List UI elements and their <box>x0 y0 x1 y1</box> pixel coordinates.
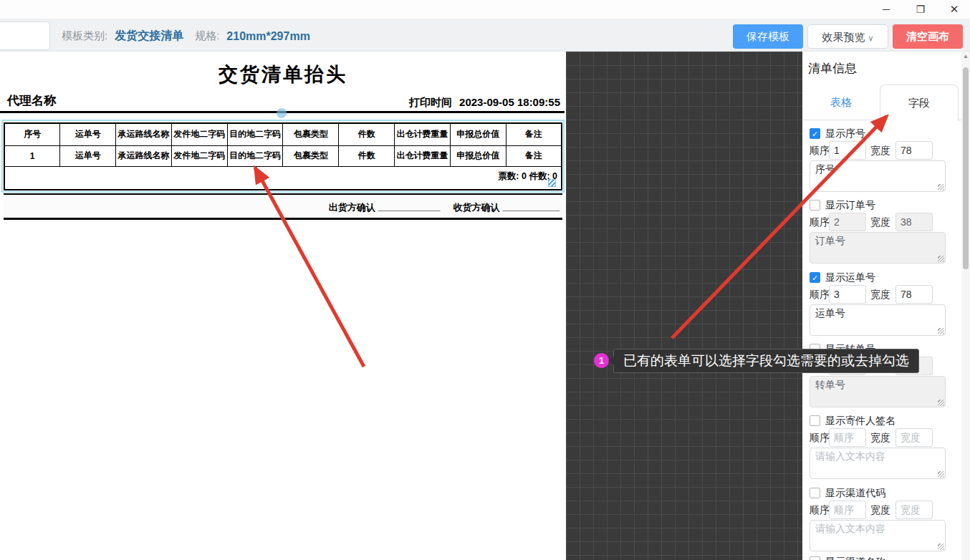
settings-panel: 清单信息 表格 字段 ✓ 显示序号 顺序 宽度 显示订单号 顺序 宽度 ✓ 显示… <box>802 52 961 560</box>
field-text-wrap <box>810 304 946 336</box>
clear-canvas-button[interactable]: 清空画布 <box>893 24 963 49</box>
maximize-icon[interactable]: ❐ <box>911 3 930 16</box>
preview-button[interactable]: 效果预览∨ <box>807 24 888 49</box>
table-row: 1运单号承运路线名称发件地二字码目的地二字码包裹类型件数出仓计费重量申报总价值备… <box>4 145 562 166</box>
order-input[interactable] <box>829 428 866 447</box>
order-input[interactable] <box>829 285 866 304</box>
table-header-cell: 出仓计费重量 <box>395 123 451 145</box>
table-header-cell: 目的地二字码 <box>227 123 283 145</box>
width-input[interactable] <box>895 501 933 519</box>
doc-title[interactable]: 交货清单抬头 <box>0 62 566 87</box>
table-summary-row[interactable]: 票数: 0 件数: 0 <box>4 167 562 190</box>
minimize-icon[interactable]: ─ <box>877 3 895 16</box>
width-input[interactable] <box>895 285 933 304</box>
order-label: 顺序 <box>810 504 830 517</box>
order-input[interactable] <box>829 501 866 519</box>
template-info: 模板类别: 发货交接清单 规格: 210mm*297mm <box>62 29 310 44</box>
agent-name-label[interactable]: 代理名称 <box>7 92 56 109</box>
field-text-wrap <box>810 376 946 407</box>
field-label: 显示渠道代码 <box>825 487 885 500</box>
annotation-badge: 1 <box>594 353 609 368</box>
field-text-wrap <box>810 160 946 192</box>
table-header-row: 序号运单号承运路线名称发件地二字码目的地二字码包裹类型件数出仓计费重量申报总价值… <box>4 123 562 145</box>
order-label: 顺序 <box>810 432 830 445</box>
table-header-cell: 包裹类型 <box>283 123 339 145</box>
table-cell: 运单号 <box>60 145 116 166</box>
field-checkbox[interactable]: ✓ <box>810 128 820 139</box>
scroll-up-icon[interactable]: ▲ <box>961 53 970 59</box>
doc-footer-block[interactable]: 出货方确认 ____________ 收货方确认 ___________ <box>4 193 562 220</box>
shipper-sign-line: ____________ <box>378 201 441 214</box>
width-label: 宽度 <box>870 504 890 517</box>
field-text-wrap <box>810 520 946 551</box>
table-header-cell: 序号 <box>4 123 60 145</box>
doc-table[interactable]: 序号运单号承运路线名称发件地二字码目的地二字码包裹类型件数出仓计费重量申报总价值… <box>4 122 562 167</box>
field-label: 显示序号 <box>825 127 865 140</box>
close-icon[interactable]: ✕ <box>945 3 964 16</box>
shipper-confirm-label: 出货方确认 <box>329 201 375 214</box>
order-label: 顺序 <box>810 289 830 301</box>
document-preview[interactable]: 交货清单抬头 代理名称 打印时间 2023-09-05 18:09:55 序号运… <box>0 52 566 560</box>
template-type-label: 模板类别: <box>62 29 107 43</box>
selection-dot-handle[interactable] <box>277 108 287 118</box>
field-checkbox[interactable] <box>810 488 820 498</box>
width-input[interactable] <box>895 213 933 231</box>
field-group: 显示订单号 顺序 宽度 <box>802 199 961 269</box>
field-label: 显示渠道名称 <box>825 556 885 560</box>
template-name-input[interactable] <box>0 21 50 50</box>
field-group: 显示寄件人签名 顺序 宽度 <box>802 415 961 485</box>
field-text-input[interactable] <box>810 232 946 264</box>
field-label: 显示寄件人签名 <box>825 415 895 428</box>
receiver-sign-line: ___________ <box>502 201 560 214</box>
tooltip-text: 已有的表单可以选择字段勾选需要的或去掉勾选 <box>623 353 909 368</box>
signature-line: 出货方确认 ____________ 收货方确认 ___________ <box>329 201 560 214</box>
tab-table[interactable]: 表格 <box>802 85 880 120</box>
table-header-cell: 申报总价值 <box>450 123 506 145</box>
tab-bar: 表格 字段 <box>802 85 961 120</box>
print-time[interactable]: 打印时间 2023-09-05 18:09:55 <box>409 96 560 110</box>
receiver-confirm-label: 收货方确认 <box>453 201 499 214</box>
field-checkbox[interactable] <box>810 415 820 426</box>
field-checkbox[interactable]: ✓ <box>810 272 820 283</box>
width-label: 宽度 <box>870 216 890 229</box>
order-label: 顺序 <box>810 216 830 229</box>
field-label: 显示订单号 <box>825 199 875 212</box>
annotation-tooltip: 已有的表单可以选择字段勾选需要的或去掉勾选 <box>613 349 919 373</box>
table-header-cell: 承运路线名称 <box>116 123 172 145</box>
spec-label: 规格: <box>195 29 219 43</box>
order-input[interactable] <box>829 213 866 231</box>
width-input[interactable] <box>895 428 933 447</box>
design-canvas[interactable] <box>566 52 802 560</box>
chevron-down-icon: ∨ <box>868 34 873 42</box>
scrollbar-thumb[interactable] <box>963 67 969 269</box>
preview-label: 效果预览 <box>822 31 865 43</box>
field-checkbox[interactable] <box>810 200 820 211</box>
width-input[interactable] <box>895 141 933 160</box>
field-group: 显示渠道名称 顺序 宽度 <box>802 556 961 560</box>
panel-scrollbar[interactable]: ▲ <box>961 52 970 560</box>
table-cell: 发件地二字码 <box>171 145 227 166</box>
window-titlebar: ─ ❐ ✕ <box>0 0 970 19</box>
field-text-input[interactable] <box>810 304 946 336</box>
table-resize-handle[interactable] <box>548 179 556 187</box>
order-input[interactable] <box>829 141 866 160</box>
field-text-wrap <box>810 448 946 479</box>
table-header-cell: 件数 <box>339 123 395 145</box>
table-cell: 承运路线名称 <box>116 145 172 166</box>
table-cell: 目的地二字码 <box>227 145 283 166</box>
field-label: 显示运单号 <box>825 271 875 284</box>
field-group: 显示渠道代码 顺序 宽度 <box>802 487 961 557</box>
field-text-input[interactable] <box>810 160 946 192</box>
field-text-input[interactable] <box>810 448 946 479</box>
save-template-button[interactable]: 保存模板 <box>733 24 803 49</box>
field-checkbox[interactable] <box>810 556 820 560</box>
print-time-value: 2023-09-05 18:09:55 <box>459 96 560 110</box>
print-time-label: 打印时间 <box>409 96 452 110</box>
field-text-input[interactable] <box>810 376 946 407</box>
table-header-cell: 备注 <box>506 123 562 145</box>
template-type-value: 发货交接清单 <box>115 29 183 44</box>
tab-field[interactable]: 字段 <box>880 85 959 121</box>
field-text-input[interactable] <box>810 520 946 551</box>
order-label: 顺序 <box>810 145 830 158</box>
table-cell: 包裹类型 <box>283 145 339 166</box>
